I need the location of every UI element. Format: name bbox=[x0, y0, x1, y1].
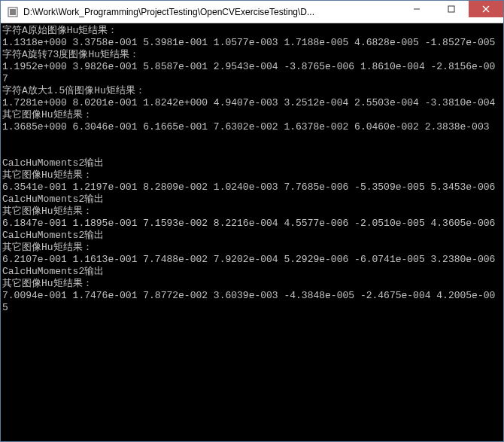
minimize-button[interactable] bbox=[399, 1, 434, 17]
window-controls bbox=[399, 1, 503, 23]
console-output: 字符A原始图像Hu矩结果： 1.1318e+000 3.3758e-001 5.… bbox=[1, 23, 503, 441]
app-icon bbox=[7, 6, 19, 18]
maximize-button[interactable] bbox=[434, 1, 469, 17]
app-window: D:\Work\Work_Programming\ProjectTesting\… bbox=[0, 0, 504, 442]
close-button[interactable] bbox=[469, 1, 503, 17]
window-title: D:\Work\Work_Programming\ProjectTesting\… bbox=[23, 7, 399, 17]
svg-rect-1 bbox=[10, 9, 16, 15]
svg-rect-3 bbox=[448, 6, 454, 12]
titlebar[interactable]: D:\Work\Work_Programming\ProjectTesting\… bbox=[1, 1, 503, 23]
